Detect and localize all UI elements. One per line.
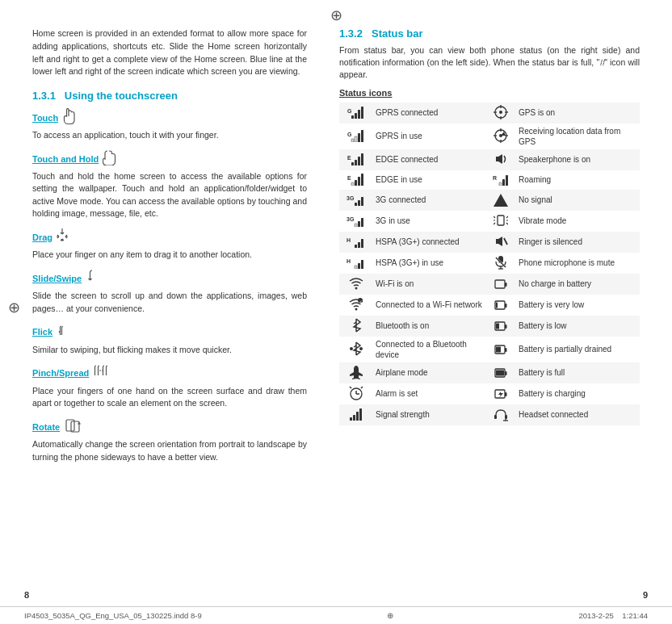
touch-and-hold-title: Touch and Hold bbox=[32, 149, 307, 168]
rotate-icon bbox=[64, 417, 82, 436]
svg-rect-100 bbox=[494, 415, 497, 419]
section-title: Using the touchscreen bbox=[65, 90, 178, 102]
svg-rect-29 bbox=[361, 153, 363, 165]
page-number-left: 8 bbox=[24, 590, 29, 600]
pinch-section: Pinch/Spread Place your fingers of one h… bbox=[32, 364, 307, 409]
svg-rect-34 bbox=[361, 174, 363, 186]
touch-hold-icon bbox=[103, 149, 117, 168]
svg-rect-47 bbox=[361, 218, 363, 227]
svg-rect-5 bbox=[355, 113, 357, 119]
table-row: Signal strength Headset connected bbox=[339, 404, 640, 425]
svg-rect-70 bbox=[495, 280, 505, 288]
svg-text:R: R bbox=[493, 175, 497, 181]
svg-rect-38 bbox=[506, 175, 508, 186]
table-row: E EDGE connected bbox=[339, 149, 640, 170]
svg-text:E: E bbox=[347, 175, 351, 181]
svg-line-59 bbox=[504, 238, 507, 245]
svg-rect-46 bbox=[358, 221, 360, 227]
svg-rect-40 bbox=[355, 203, 357, 206]
svg-rect-6 bbox=[358, 110, 360, 119]
svg-rect-17 bbox=[358, 133, 360, 142]
table-row: Alarm is set Battery is charging bbox=[339, 383, 640, 404]
svg-rect-79 bbox=[505, 325, 507, 329]
svg-rect-32 bbox=[355, 180, 357, 186]
touch-and-hold-desc: Touch and hold the home screen to access… bbox=[32, 170, 307, 220]
svg-rect-71 bbox=[505, 283, 507, 287]
touch-title: Touch bbox=[32, 108, 307, 127]
section-number: 1.3.1 bbox=[32, 90, 56, 102]
svg-rect-97 bbox=[353, 415, 355, 421]
table-row: E EDGE in use R bbox=[339, 170, 640, 190]
svg-text:G: G bbox=[347, 132, 352, 137]
svg-rect-27 bbox=[355, 160, 357, 165]
footer-datetime: 2013-2-25 1:21:44 bbox=[578, 611, 648, 620]
svg-rect-33 bbox=[358, 177, 360, 186]
footer-mark: ⊕ bbox=[387, 611, 393, 620]
svg-rect-62 bbox=[358, 263, 360, 269]
status-icons-label: Status icons bbox=[339, 88, 640, 98]
intro-text: Home screen is provided in an extended f… bbox=[32, 27, 307, 78]
svg-rect-45 bbox=[355, 224, 357, 227]
main-content: ⊕ Home screen is provided in an extended… bbox=[0, 27, 672, 587]
svg-rect-76 bbox=[505, 304, 507, 308]
svg-rect-2 bbox=[71, 421, 79, 432]
page-container: ⊕ ⊕ Home screen is provided in an extend… bbox=[0, 0, 672, 624]
rotate-title: Rotate bbox=[32, 417, 307, 436]
svg-line-54 bbox=[506, 223, 508, 224]
slide-icon bbox=[86, 269, 99, 287]
touch-section: Touch To access an application, touch it… bbox=[32, 108, 307, 141]
section-1-3-2-number: 1.3.2 bbox=[339, 27, 363, 40]
page-number-right: 9 bbox=[643, 590, 648, 600]
icon-cell-right bbox=[486, 103, 515, 124]
svg-rect-63 bbox=[361, 260, 363, 269]
status-description: From status bar, you can view both phone… bbox=[339, 44, 640, 82]
svg-rect-57 bbox=[358, 242, 360, 248]
right-column: ⊕ 1.3.2 Status bar From status bar, you … bbox=[331, 27, 648, 587]
pinch-title: Pinch/Spread bbox=[32, 364, 307, 383]
svg-rect-96 bbox=[350, 417, 352, 421]
svg-rect-99 bbox=[359, 408, 362, 421]
svg-text:H: H bbox=[346, 237, 351, 243]
drag-title: Drag bbox=[32, 228, 307, 246]
svg-rect-61 bbox=[355, 266, 357, 269]
table-row: Connected to a Bluetooth device Battery … bbox=[339, 337, 640, 362]
svg-rect-95 bbox=[505, 392, 507, 396]
flick-title: Flick bbox=[32, 323, 307, 341]
svg-rect-41 bbox=[358, 200, 360, 206]
rotate-desc: Automatically change the screen orientat… bbox=[32, 438, 307, 463]
svg-rect-98 bbox=[356, 412, 359, 421]
svg-rect-7 bbox=[361, 107, 363, 119]
svg-line-51 bbox=[494, 223, 495, 224]
flick-icon bbox=[57, 323, 69, 341]
svg-rect-4 bbox=[351, 115, 354, 119]
left-registration-mark: ⊕ bbox=[8, 299, 20, 316]
svg-rect-37 bbox=[502, 179, 505, 186]
flick-desc: Similar to swiping, but flicking makes i… bbox=[32, 344, 307, 356]
status-icons-table: G GPRS connected bbox=[339, 103, 640, 425]
svg-rect-15 bbox=[351, 139, 354, 142]
pinch-icon bbox=[93, 364, 111, 383]
svg-rect-42 bbox=[361, 197, 363, 206]
slide-section: Slide/Swipe Slide the screen to scroll u… bbox=[32, 269, 307, 314]
svg-rect-48 bbox=[498, 216, 504, 225]
table-row: H HSPA (3G+) connected bbox=[339, 232, 640, 253]
svg-rect-56 bbox=[355, 245, 357, 248]
svg-line-49 bbox=[494, 216, 495, 218]
svg-rect-36 bbox=[499, 182, 502, 186]
flick-section: Flick Similar to swiping, but flicking m… bbox=[32, 323, 307, 356]
footer-file: IP4503_5035A_QG_Eng_USA_05_130225.indd 8… bbox=[24, 611, 202, 620]
svg-point-69 bbox=[355, 287, 357, 289]
page-numbers: 8 9 bbox=[0, 587, 672, 600]
svg-text:H: H bbox=[346, 258, 351, 264]
drag-icon bbox=[57, 228, 69, 246]
bottom-bar: IP4503_5035A_QG_Eng_USA_05_130225.indd 8… bbox=[0, 606, 672, 624]
svg-rect-28 bbox=[358, 157, 360, 165]
svg-line-52 bbox=[506, 216, 508, 218]
svg-rect-18 bbox=[361, 130, 363, 142]
label-cell-right: GPS is on bbox=[515, 103, 640, 124]
touch-icon bbox=[62, 108, 75, 127]
section-1-3-2-title: Status bar bbox=[372, 27, 423, 40]
pinch-desc: Place your fingers of one hand on the sc… bbox=[32, 385, 307, 409]
svg-rect-77 bbox=[496, 302, 498, 308]
svg-rect-85 bbox=[496, 346, 501, 352]
